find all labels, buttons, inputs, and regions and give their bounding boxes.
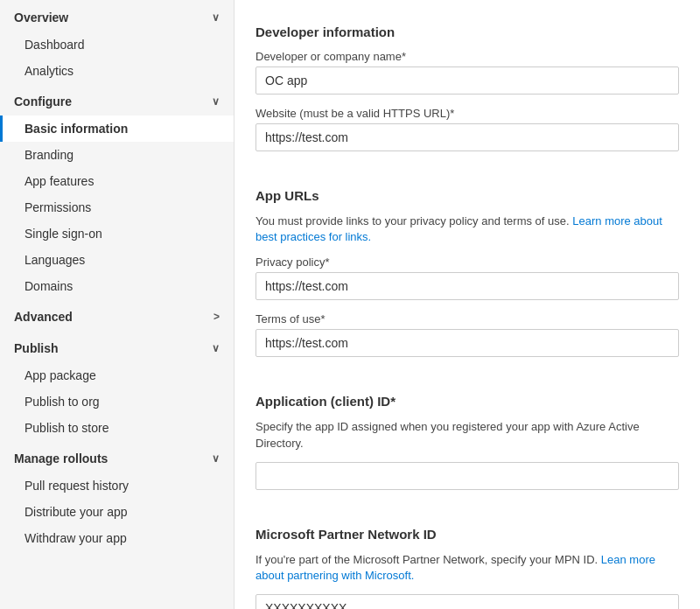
sidebar-section-configure-label: Configure bbox=[14, 94, 72, 108]
sidebar-section-publish-label: Publish bbox=[14, 341, 59, 355]
configure-chevron: ∨ bbox=[212, 95, 220, 108]
privacy-policy-label: Privacy policy* bbox=[256, 256, 679, 269]
developer-name-label: Developer or company name* bbox=[256, 50, 679, 63]
mpn-input[interactable] bbox=[256, 594, 679, 609]
publish-chevron: ∨ bbox=[212, 342, 220, 354]
sidebar-item-branding[interactable]: Branding bbox=[0, 142, 234, 168]
website-input[interactable] bbox=[256, 123, 679, 151]
sidebar-item-basic-information[interactable]: Basic information bbox=[0, 116, 234, 142]
sidebar-item-publish-to-org[interactable]: Publish to org bbox=[0, 388, 234, 415]
developer-information-block: Developer information Developer or compa… bbox=[256, 24, 679, 164]
developer-name-input[interactable] bbox=[256, 66, 679, 94]
sidebar-item-single-sign-on[interactable]: Single sign-on bbox=[0, 220, 234, 247]
app-urls-description: You must provide links to your privacy p… bbox=[256, 214, 679, 245]
sidebar-section-manage-rollouts[interactable]: Manage rollouts ∨ bbox=[0, 441, 234, 472]
sidebar-item-publish-to-store[interactable]: Publish to store bbox=[0, 415, 234, 441]
sidebar-item-permissions[interactable]: Permissions bbox=[0, 194, 234, 220]
developer-info-title: Developer information bbox=[256, 24, 679, 39]
sidebar-item-distribute-your-app[interactable]: Distribute your app bbox=[0, 499, 234, 525]
app-urls-title: App URLs bbox=[256, 188, 679, 203]
terms-of-use-label: Terms of use* bbox=[256, 312, 679, 326]
sidebar-item-domains[interactable]: Domains bbox=[0, 273, 234, 299]
app-urls-block: App URLs You must provide links to your … bbox=[256, 188, 679, 369]
sidebar-item-pull-request-history[interactable]: Pull request history bbox=[0, 472, 234, 499]
application-id-title: Application (client) ID* bbox=[256, 394, 679, 409]
mpn-block: Microsoft Partner Network ID If you're p… bbox=[256, 527, 679, 609]
sidebar-item-languages[interactable]: Languages bbox=[0, 247, 234, 273]
privacy-policy-input[interactable] bbox=[256, 272, 679, 300]
sidebar-section-advanced-label: Advanced bbox=[14, 310, 73, 324]
sidebar-item-app-package[interactable]: App package bbox=[0, 362, 234, 388]
mpn-title: Microsoft Partner Network ID bbox=[256, 527, 679, 542]
overview-chevron: ∨ bbox=[212, 11, 220, 24]
mpn-description: If you're part of the Microsoft Partner … bbox=[256, 552, 679, 584]
website-label: Website (must be a valid HTTPS URL)* bbox=[256, 107, 679, 120]
terms-of-use-input[interactable] bbox=[256, 329, 679, 357]
sidebar-item-withdraw-your-app[interactable]: Withdraw your app bbox=[0, 525, 234, 551]
sidebar-section-manage-rollouts-label: Manage rollouts bbox=[14, 452, 108, 466]
manage-rollouts-chevron: ∨ bbox=[212, 452, 220, 465]
sidebar-item-app-features[interactable]: App features bbox=[0, 168, 234, 194]
sidebar-section-configure[interactable]: Configure ∨ bbox=[0, 84, 234, 116]
main-content: Developer information Developer or compa… bbox=[234, 0, 700, 609]
sidebar-item-dashboard[interactable]: Dashboard bbox=[0, 32, 234, 58]
sidebar-section-publish[interactable]: Publish ∨ bbox=[0, 331, 234, 362]
sidebar-section-overview[interactable]: Overview ∨ bbox=[0, 0, 234, 32]
sidebar-section-overview-label: Overview bbox=[14, 10, 68, 24]
application-id-description: Specify the app ID assigned when you reg… bbox=[256, 419, 679, 451]
advanced-chevron: > bbox=[214, 311, 220, 323]
sidebar: Overview ∨ Dashboard Analytics Configure… bbox=[0, 0, 234, 609]
sidebar-section-advanced[interactable]: Advanced > bbox=[0, 299, 234, 331]
application-id-block: Application (client) ID* Specify the app… bbox=[256, 394, 679, 501]
application-id-input[interactable] bbox=[256, 462, 679, 490]
sidebar-item-analytics[interactable]: Analytics bbox=[0, 58, 234, 84]
